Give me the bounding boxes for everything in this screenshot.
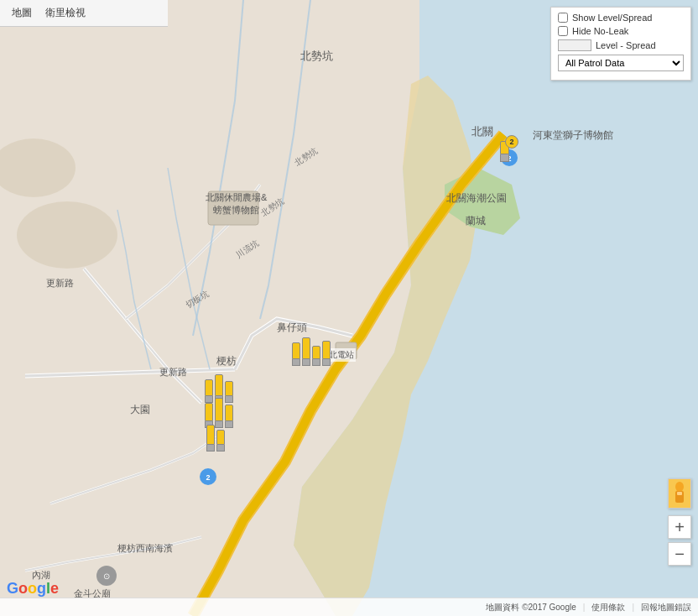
marker-beiguan[interactable]: 2 bbox=[500, 141, 509, 164]
terms-link[interactable]: 使用條款 bbox=[591, 602, 625, 613]
svg-rect-10 bbox=[208, 191, 258, 225]
svg-point-8 bbox=[17, 201, 117, 269]
map-controls: + − bbox=[668, 478, 691, 566]
level-spread-box bbox=[558, 39, 591, 51]
report-link[interactable]: 回報地圖錯誤 bbox=[641, 602, 691, 613]
show-level-label[interactable]: Show Level/Spread bbox=[572, 13, 652, 23]
marker-group-bizi[interactable] bbox=[292, 337, 331, 366]
watermark-circle: ⊙ bbox=[96, 566, 117, 586]
attribution-bar: 地圖資料 ©2017 Google | 使用條款 | 回報地圖錯誤 bbox=[0, 598, 698, 616]
marker-dy2-1[interactable] bbox=[206, 425, 215, 452]
marker-group-dayuan1[interactable] bbox=[205, 398, 233, 428]
marker-bizi-1[interactable] bbox=[292, 342, 300, 366]
map-btn[interactable]: 地圖 bbox=[7, 4, 37, 22]
svg-text:2: 2 bbox=[206, 473, 210, 482]
controls-panel: Show Level/Spread Hide No-Leak Level - S… bbox=[550, 7, 691, 81]
marker-dy1-3[interactable] bbox=[225, 405, 233, 428]
map-data-text: 地圖資料 ©2017 Google bbox=[486, 602, 576, 613]
marker-bizi-2[interactable] bbox=[302, 337, 310, 366]
svg-rect-11 bbox=[336, 342, 357, 359]
map-background: 2 2 bbox=[0, 0, 698, 616]
toolbar: 地圖 衛里檢視 bbox=[0, 0, 168, 27]
streetview-button[interactable] bbox=[668, 478, 691, 509]
svg-point-12 bbox=[675, 482, 684, 492]
zoom-in-button[interactable]: + bbox=[668, 515, 691, 539]
hide-noleak-label[interactable]: Hide No-Leak bbox=[572, 26, 628, 36]
svg-rect-14 bbox=[677, 492, 682, 495]
marker-bizi-3[interactable] bbox=[312, 346, 320, 366]
zoom-out-button[interactable]: − bbox=[668, 542, 691, 566]
show-level-checkbox[interactable] bbox=[558, 13, 568, 23]
marker-dy1-2[interactable] bbox=[215, 398, 223, 428]
level-spread-text: Level - Spread bbox=[596, 40, 656, 50]
marker-bizi-4[interactable] bbox=[322, 341, 331, 366]
google-logo: Google bbox=[7, 580, 59, 598]
map-container: 2 2 地圖 衛里檢視 北勢 bbox=[0, 0, 698, 616]
patrol-select[interactable]: All Patrol Data bbox=[558, 55, 684, 71]
marker-dy2-2[interactable] bbox=[216, 430, 225, 452]
satellite-btn[interactable]: 衛里檢視 bbox=[40, 4, 91, 22]
marker-group-dayuan2[interactable] bbox=[206, 425, 225, 452]
hide-noleak-checkbox[interactable] bbox=[558, 26, 568, 36]
